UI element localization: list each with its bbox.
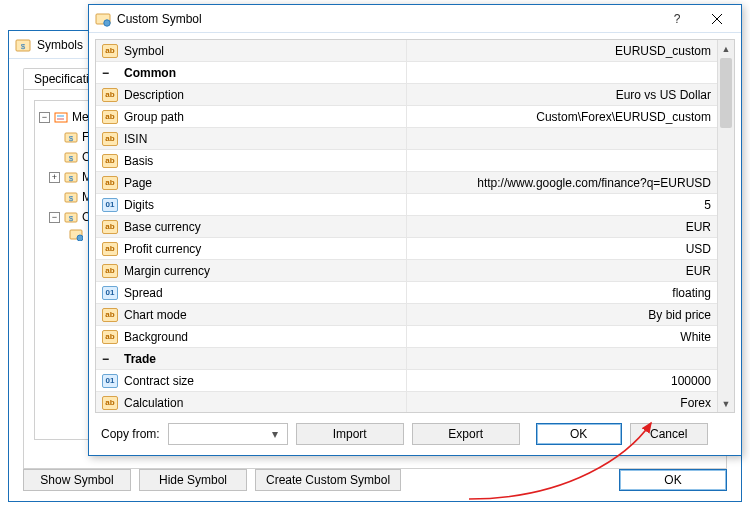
folder-icon: $	[64, 210, 78, 224]
section-header: −Common	[96, 62, 717, 84]
svg-text:$: $	[69, 214, 74, 223]
svg-text:$: $	[69, 194, 74, 203]
svg-text:$: $	[21, 42, 26, 51]
property-row[interactable]: abDescriptionEuro vs US Dollar	[96, 84, 717, 106]
property-label: Digits	[124, 198, 154, 212]
create-custom-symbol-button[interactable]: Create Custom Symbol	[255, 469, 401, 491]
custom-titlebar: Custom Symbol ?	[89, 5, 741, 33]
property-row[interactable]: abCalculationForex	[96, 392, 717, 412]
property-row[interactable]: 01Spreadfloating	[96, 282, 717, 304]
minus-icon[interactable]: −	[39, 112, 50, 123]
property-row[interactable]: abProfit currencyUSD	[96, 238, 717, 260]
property-label: Description	[124, 88, 184, 102]
property-row[interactable]: 01Digits5	[96, 194, 717, 216]
minus-icon[interactable]: −	[49, 212, 60, 223]
property-row[interactable]: abISIN	[96, 128, 717, 150]
field-type-icon: ab	[102, 242, 118, 256]
help-button[interactable]: ?	[657, 6, 697, 32]
scroll-down-icon[interactable]: ▼	[718, 395, 734, 412]
custom-ok-button[interactable]: OK	[536, 423, 622, 445]
property-label: Calculation	[124, 396, 183, 410]
vertical-scrollbar[interactable]: ▲ ▼	[717, 40, 734, 412]
collapse-icon[interactable]: −	[102, 352, 112, 366]
property-label: Group path	[124, 110, 184, 124]
property-row[interactable]: 01Contract size100000	[96, 370, 717, 392]
field-type-icon: 01	[102, 286, 118, 300]
property-value	[407, 348, 718, 369]
property-value[interactable]	[407, 150, 718, 171]
section-label: Common	[124, 66, 176, 80]
property-value[interactable]: 5	[407, 194, 718, 215]
property-value[interactable]: Euro vs US Dollar	[407, 84, 718, 105]
hide-symbol-button[interactable]: Hide Symbol	[139, 469, 247, 491]
property-row[interactable]: abChart modeBy bid price	[96, 304, 717, 326]
property-value[interactable]: By bid price	[407, 304, 718, 325]
symbols-ok-button[interactable]: OK	[619, 469, 727, 491]
property-value	[407, 62, 718, 83]
property-label: Profit currency	[124, 242, 201, 256]
property-value[interactable]: USD	[407, 238, 718, 259]
property-label: Chart mode	[124, 308, 187, 322]
svg-text:$: $	[69, 174, 74, 183]
scroll-up-icon[interactable]: ▲	[718, 40, 734, 57]
field-type-icon: ab	[102, 88, 118, 102]
field-type-icon: ab	[102, 132, 118, 146]
custom-title: Custom Symbol	[117, 12, 657, 26]
field-type-icon: 01	[102, 198, 118, 212]
gear-folder-icon	[95, 11, 111, 27]
property-label: Base currency	[124, 220, 201, 234]
property-label: Margin currency	[124, 264, 210, 278]
property-table: abSymbolEURUSD_custom−CommonabDescriptio…	[95, 39, 735, 413]
property-label: Spread	[124, 286, 163, 300]
property-row[interactable]: abPagehttp://www.google.com/finance?q=EU…	[96, 172, 717, 194]
collapse-icon[interactable]: −	[102, 66, 112, 80]
field-type-icon: 01	[102, 374, 118, 388]
close-icon	[712, 14, 722, 24]
svg-point-16	[77, 235, 83, 241]
symbols-bottom-row: Show Symbol Hide Symbol Create Custom Sy…	[23, 469, 727, 491]
section-label: Trade	[124, 352, 156, 366]
property-row[interactable]: abGroup pathCustom\Forex\EURUSD_custom	[96, 106, 717, 128]
property-value[interactable]: floating	[407, 282, 718, 303]
export-button[interactable]: Export	[412, 423, 520, 445]
field-type-icon: ab	[102, 308, 118, 322]
property-value[interactable]	[407, 128, 718, 149]
property-label: Symbol	[124, 44, 164, 58]
svg-point-18	[104, 19, 110, 25]
plus-icon[interactable]: +	[49, 172, 60, 183]
cancel-button[interactable]: Cancel	[630, 423, 708, 445]
field-type-icon: ab	[102, 110, 118, 124]
folder-icon: $	[64, 170, 78, 184]
property-value[interactable]: Forex	[407, 392, 718, 412]
property-row[interactable]: abMargin currencyEUR	[96, 260, 717, 282]
folder-root-icon	[54, 110, 68, 124]
property-row[interactable]: abBackgroundWhite	[96, 326, 717, 348]
show-symbol-button[interactable]: Show Symbol	[23, 469, 131, 491]
property-label: Contract size	[124, 374, 194, 388]
property-value[interactable]: EURUSD_custom	[407, 40, 718, 61]
question-icon: ?	[674, 12, 681, 26]
copy-from-select[interactable]: ▾	[168, 423, 288, 445]
field-type-icon: ab	[102, 176, 118, 190]
property-value[interactable]: 100000	[407, 370, 718, 391]
property-row[interactable]: abSymbolEURUSD_custom	[96, 40, 717, 62]
property-label: Background	[124, 330, 188, 344]
property-value[interactable]: EUR	[407, 216, 718, 237]
symbols-icon: $	[15, 37, 31, 53]
field-type-icon: ab	[102, 396, 118, 410]
property-label: Page	[124, 176, 152, 190]
import-button[interactable]: Import	[296, 423, 404, 445]
property-value[interactable]: EUR	[407, 260, 718, 281]
property-row[interactable]: abBasis	[96, 150, 717, 172]
property-value[interactable]: Custom\Forex\EURUSD_custom	[407, 106, 718, 127]
property-row[interactable]: abBase currencyEUR	[96, 216, 717, 238]
property-value[interactable]: White	[407, 326, 718, 347]
close-button[interactable]	[697, 6, 737, 32]
property-value[interactable]: http://www.google.com/finance?q=EURUSD	[407, 172, 718, 193]
folder-icon: $	[64, 190, 78, 204]
field-type-icon: ab	[102, 154, 118, 168]
field-type-icon: ab	[102, 264, 118, 278]
property-label: Basis	[124, 154, 153, 168]
chevron-down-icon: ▾	[267, 427, 283, 441]
scroll-thumb[interactable]	[720, 58, 732, 128]
